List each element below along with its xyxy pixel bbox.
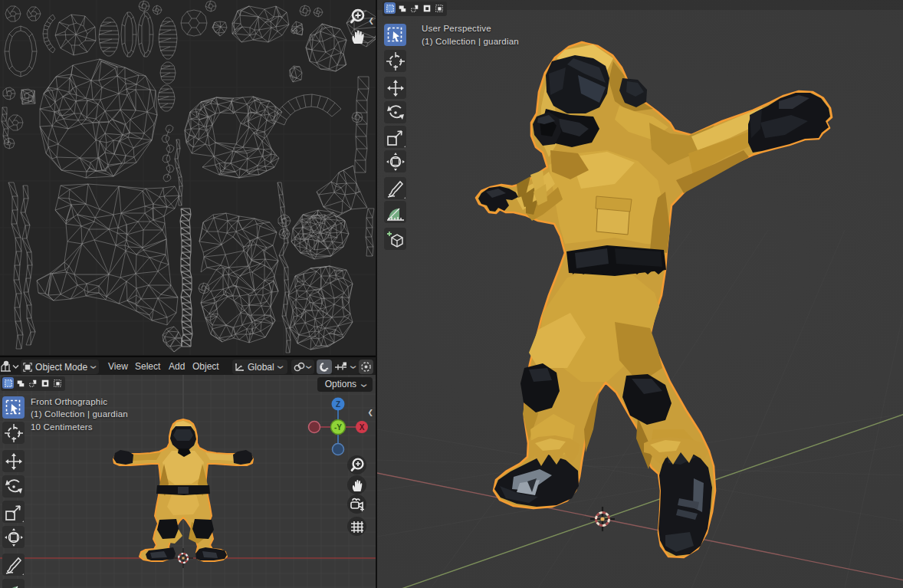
- svg-text:X: X: [360, 423, 365, 432]
- svg-text:Z: Z: [336, 400, 340, 409]
- svg-text:-Y: -Y: [334, 423, 342, 432]
